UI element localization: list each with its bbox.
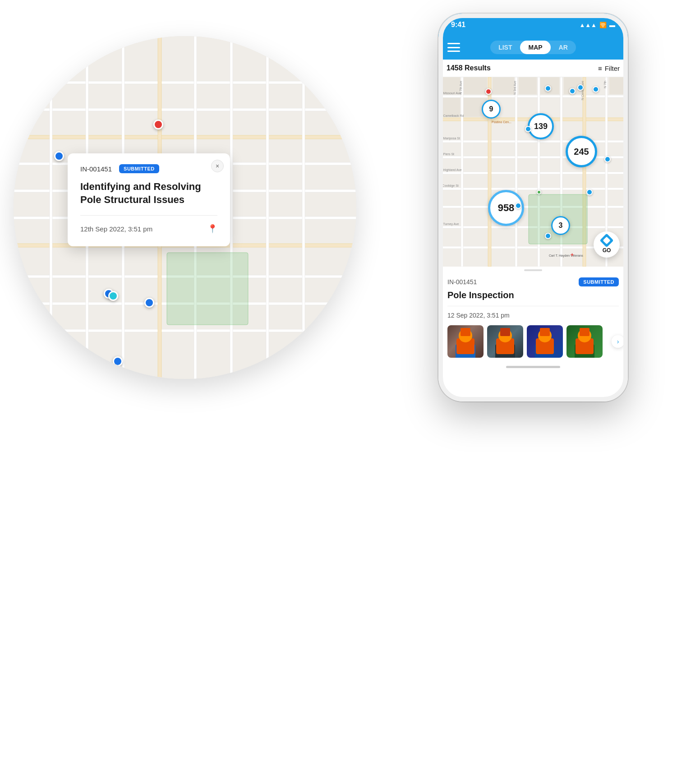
- svg-text:W Camelback Rd: W Camelback Rd: [439, 114, 464, 117]
- svg-text:N 3rd Ave: N 3rd Ave: [513, 81, 516, 95]
- popup-header: IN-001451 SUBMITTED: [80, 164, 217, 173]
- phone-dot-blue-8: [586, 189, 593, 195]
- photo-row: [438, 325, 628, 358]
- go-diamond-icon: [599, 233, 613, 247]
- view-mode-tabs: LIST MAP AR: [490, 41, 576, 54]
- svg-text:W Turney Ave: W Turney Ave: [439, 222, 459, 226]
- svg-rect-46: [609, 77, 628, 94]
- svg-rect-26: [438, 188, 628, 190]
- popup-divider: [80, 215, 217, 216]
- go-navigation-button[interactable]: GO: [594, 231, 620, 258]
- map-popup-card: × IN-001451 SUBMITTED Identifying and Re…: [68, 153, 230, 246]
- tab-map[interactable]: MAP: [520, 41, 550, 54]
- photo-thumb-4[interactable]: [566, 325, 603, 358]
- filter-icon: ≡: [598, 65, 602, 72]
- bottom-card-divider: [447, 306, 619, 306]
- home-bar-indicator: [506, 366, 560, 368]
- map-dot-red-1: [153, 120, 163, 129]
- phone-dot-green: [537, 190, 541, 194]
- photo-thumb-1[interactable]: [447, 325, 484, 358]
- photo-thumb-2[interactable]: [487, 325, 523, 358]
- popup-title: Identifying and Resolving Pole Structura…: [80, 180, 217, 206]
- svg-rect-39: [464, 77, 487, 94]
- battery-icon: ▬: [609, 22, 615, 28]
- phone-nav-bar: LIST MAP AR: [438, 36, 628, 60]
- phone-dot-blue-3: [577, 84, 584, 91]
- filter-button[interactable]: ≡ Filter: [598, 65, 620, 72]
- phone-dot-blue-6: [604, 156, 611, 162]
- svg-text:N 7th Ave: N 7th Ave: [459, 81, 462, 94]
- phone-dot-blue-9: [545, 233, 551, 239]
- popup-date-row: 12th Sep 2022, 3:51 pm 📍: [80, 224, 217, 234]
- popup-close-button[interactable]: ×: [211, 160, 224, 172]
- svg-rect-25: [438, 172, 628, 174]
- photo-thumb-3[interactable]: [527, 325, 563, 358]
- svg-rect-19: [167, 253, 248, 325]
- phone-bottom-card: IN-001451 SUBMITTED Pole Inspection 12 S…: [438, 270, 628, 358]
- bottom-card-id: IN-001451: [447, 278, 477, 286]
- go-label: GO: [603, 247, 611, 254]
- map-dot-blue-1: [54, 151, 64, 161]
- svg-rect-21: [438, 95, 628, 97]
- svg-rect-18: [302, 36, 305, 379]
- phone-mockup: 9:41 ▲▲▲ 🛜 ▬ LIST MAP AR 1458 Results ≡ …: [438, 14, 628, 401]
- svg-text:N 7th: N 7th: [603, 81, 607, 88]
- svg-rect-30: [461, 77, 463, 267]
- worker-photo-3: [527, 325, 563, 358]
- cluster-9[interactable]: 9: [482, 100, 501, 119]
- signal-icon: ▲▲▲: [579, 22, 597, 28]
- worker-photo-2: [487, 325, 523, 358]
- svg-rect-24: [438, 156, 628, 158]
- phone-dot-blue-5: [525, 126, 531, 132]
- worker-photo-1: [447, 325, 484, 358]
- svg-rect-16: [230, 36, 233, 379]
- scroll-indicator: [524, 269, 542, 271]
- phone-dot-blue-4: [593, 86, 599, 92]
- svg-text:V Coolidge St: V Coolidge St: [439, 184, 459, 188]
- map-dot-blue-3: [144, 298, 154, 308]
- photo-scroll-arrow[interactable]: ›: [612, 335, 624, 348]
- photo-row-container: ›: [438, 325, 628, 358]
- status-icons: ▲▲▲ 🛜 ▬: [579, 22, 615, 28]
- results-bar: 1458 Results ≡ Filter: [438, 60, 628, 77]
- cluster-139[interactable]: 139: [528, 113, 554, 139]
- phone-dot-blue-2: [569, 88, 576, 94]
- svg-text:W Mariposa St: W Mariposa St: [439, 137, 460, 140]
- svg-text:Postino Cen...: Postino Cen...: [492, 120, 511, 124]
- phone-dot-blue-1: [545, 85, 551, 92]
- results-count: 1458 Results: [447, 64, 491, 72]
- map-dot-teal-1: [108, 291, 118, 301]
- bottom-card-header: IN-001451 SUBMITTED: [438, 270, 628, 286]
- bottom-card-title: Pole Inspection: [438, 286, 628, 300]
- popup-date: 12th Sep 2022, 3:51 pm: [80, 225, 152, 233]
- status-time: 9:41: [451, 21, 465, 29]
- worker-photo-4: [566, 325, 603, 358]
- phone-dot-blue-7: [515, 203, 521, 209]
- svg-text:W Highland Ave: W Highland Ave: [439, 168, 462, 172]
- phone-map-area[interactable]: W Missouri Ave W Camelback Rd W Mariposa…: [438, 77, 628, 267]
- svg-rect-43: [519, 77, 537, 94]
- wifi-icon: 🛜: [599, 22, 607, 28]
- bottom-card-badge: SUBMITTED: [579, 277, 619, 286]
- svg-text:+: +: [571, 252, 574, 258]
- tab-list[interactable]: LIST: [490, 41, 520, 54]
- bottom-card-date: 12 Sep 2022, 3:51 pm: [438, 312, 628, 319]
- svg-rect-23: [438, 140, 628, 143]
- hamburger-menu[interactable]: [447, 43, 460, 52]
- cluster-3[interactable]: 3: [551, 216, 570, 235]
- popup-badge: SUBMITTED: [119, 164, 159, 173]
- svg-rect-32: [515, 77, 517, 267]
- location-pin-icon: 📍: [207, 224, 217, 234]
- svg-text:W Piers St: W Piers St: [439, 152, 454, 156]
- status-notch: [504, 14, 562, 26]
- map-dot-blue-4: [113, 356, 123, 366]
- filter-label: Filter: [605, 65, 620, 72]
- phone-status-bar: 9:41 ▲▲▲ 🛜 ▬: [438, 14, 628, 36]
- cluster-245[interactable]: 245: [566, 136, 597, 167]
- tab-ar[interactable]: AR: [551, 41, 576, 54]
- svg-rect-11: [50, 36, 52, 379]
- phone-dot-red: [485, 88, 492, 95]
- scroll-drag-area[interactable]: [438, 267, 628, 270]
- svg-rect-17: [266, 36, 269, 379]
- popup-id: IN-001451: [80, 165, 112, 173]
